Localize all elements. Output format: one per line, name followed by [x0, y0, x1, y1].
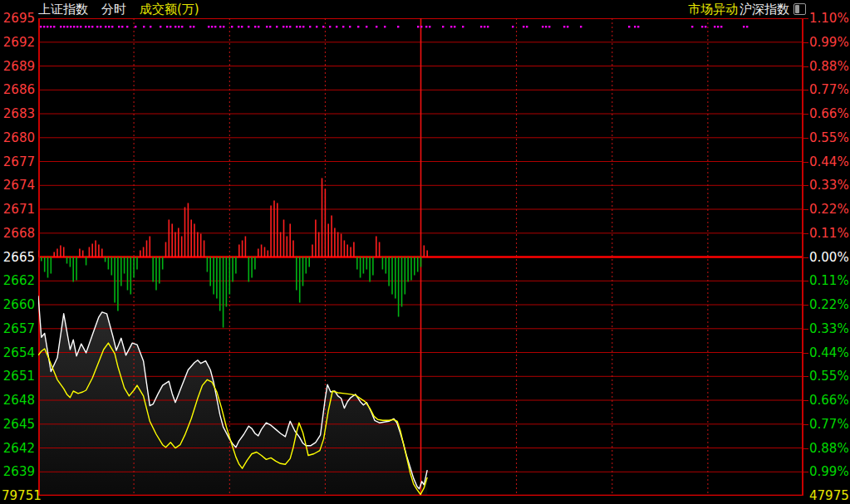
y-axis-price-label: 2665	[0, 250, 35, 265]
axis-tick	[803, 138, 808, 139]
axis-tick	[803, 18, 808, 19]
y-axis-percent-label: 0.00%	[809, 250, 849, 265]
y-axis-price-label: 2695	[0, 11, 35, 26]
axis-tick	[803, 114, 808, 115]
y-axis-percent-label: 1.10%	[809, 11, 849, 26]
y-axis-percent-label: 0.22%	[809, 202, 849, 217]
axis-tick	[803, 472, 808, 472]
tab-intraday[interactable]: 分时	[101, 2, 126, 17]
y-axis-percent-label: 0.11%	[809, 226, 849, 241]
y-axis-percent-label: 0.44%	[809, 154, 849, 169]
intraday-chart-area[interactable]	[38, 18, 803, 496]
y-axis-price-label: 2660	[0, 297, 35, 312]
y-axis-price-label: 2648	[0, 393, 35, 408]
y-axis-percent-label: 0.99%	[809, 35, 849, 50]
volume-scale-left-label: 79751	[2, 488, 42, 503]
y-axis-percent-label: 0.88%	[809, 441, 849, 456]
y-axis-percent-label: 0.22%	[809, 297, 849, 312]
axis-tick	[803, 305, 808, 306]
axis-tick	[803, 353, 808, 354]
y-axis-price-label: 2692	[0, 35, 35, 50]
y-axis-percent-label: 0.88%	[809, 59, 849, 74]
axis-tick	[803, 162, 808, 163]
y-axis-percent-label: 0.11%	[809, 273, 849, 288]
axis-tick	[803, 209, 808, 210]
panel-toggle-icon[interactable]	[793, 3, 806, 15]
y-axis-price-label: 2662	[0, 273, 35, 288]
axis-tick	[803, 257, 808, 258]
market-alert-link[interactable]: 市场异动	[688, 2, 738, 17]
axis-tick	[803, 90, 808, 91]
y-axis-price-label: 2674	[0, 178, 35, 193]
axis-tick	[803, 448, 808, 449]
y-axis-percent-label: 0.33%	[809, 178, 849, 193]
index-name-label: 上证指数	[38, 2, 88, 17]
y-axis-price-label: 2677	[0, 154, 35, 169]
y-axis-percent-label: 0.66%	[809, 393, 849, 408]
axis-tick	[803, 329, 808, 330]
y-axis-percent-label: 0.66%	[809, 106, 849, 121]
hs-index-link[interactable]: 沪深指数	[739, 2, 789, 17]
y-axis-price-label: 2657	[0, 321, 35, 336]
axis-tick	[803, 400, 808, 401]
y-axis-price-label: 2639	[0, 464, 35, 479]
y-axis-price-label: 2642	[0, 441, 35, 456]
axis-tick	[803, 42, 808, 43]
y-axis-price-label: 2686	[0, 82, 35, 97]
panel-toggle-icon-bar	[795, 5, 799, 13]
axis-tick	[803, 66, 808, 67]
y-axis-price-label: 2654	[0, 345, 35, 360]
chart-header-left: 上证指数 分时 成交额(万)	[38, 2, 199, 17]
axis-tick	[803, 185, 808, 186]
y-axis-price-label: 2680	[0, 130, 35, 145]
y-axis-percent-label: 0.99%	[809, 464, 849, 479]
y-axis-percent-label: 0.55%	[809, 130, 849, 145]
y-axis-price-label: 2683	[0, 106, 35, 121]
y-axis-price-label: 2689	[0, 59, 35, 74]
axis-tick	[803, 376, 808, 377]
y-axis-price-label: 2671	[0, 202, 35, 217]
axis-tick	[803, 281, 808, 281]
axis-tick	[803, 233, 808, 234]
y-axis-percent-label: 0.55%	[809, 369, 849, 384]
y-axis-price-label: 2668	[0, 226, 35, 241]
y-axis-price-label: 2645	[0, 417, 35, 432]
volume-scale-right-label: 47975	[809, 488, 849, 503]
y-axis-percent-label: 0.44%	[809, 345, 849, 360]
intraday-chart-svg	[38, 18, 803, 496]
y-axis-percent-label: 0.77%	[809, 417, 849, 432]
y-axis-percent-label: 0.33%	[809, 321, 849, 336]
chart-header-right: 市场异动 沪深指数	[688, 2, 806, 17]
axis-tick	[803, 424, 808, 425]
y-axis-percent-label: 0.77%	[809, 82, 849, 97]
volume-indicator-label[interactable]: 成交额(万)	[140, 2, 199, 17]
y-axis-price-label: 2651	[0, 369, 35, 384]
app-window: 上证指数 分时 成交额(万) 市场异动 沪深指数 269526922689268…	[0, 0, 850, 504]
